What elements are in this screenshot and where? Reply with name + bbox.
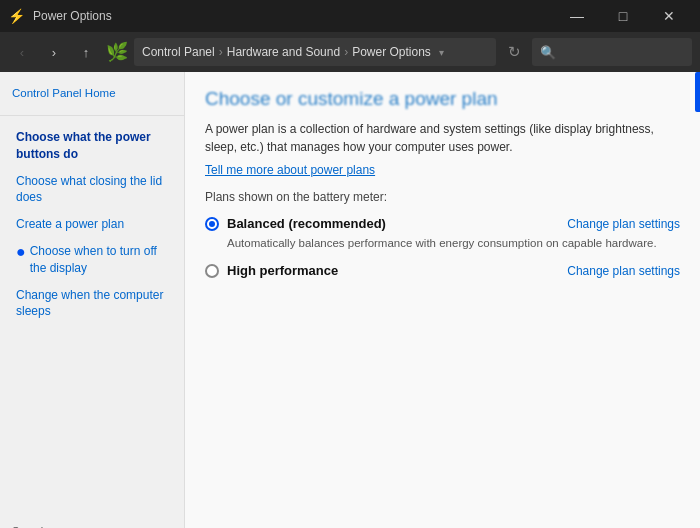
- back-button[interactable]: ‹: [8, 38, 36, 66]
- sidebar-item-lid-label: Choose what closing the lid does: [16, 174, 162, 205]
- sidebar-item-power-buttons[interactable]: Choose what the power buttons do: [0, 124, 184, 168]
- plan-left-balanced: Balanced (recommended): [205, 216, 386, 231]
- up-button[interactable]: ↑: [72, 38, 100, 66]
- learn-more-link[interactable]: Tell me more about power plans: [205, 163, 375, 177]
- radio-inner-balanced: [209, 221, 215, 227]
- breadcrumb-hardware-sound[interactable]: Hardware and Sound: [227, 45, 340, 59]
- accent-bar: [695, 72, 700, 112]
- breadcrumb-sep-2: ›: [344, 45, 348, 59]
- change-plan-balanced-link[interactable]: Change plan settings: [567, 217, 680, 231]
- breadcrumb-power-options[interactable]: Power Options: [352, 45, 431, 59]
- plan-left-high-perf: High performance: [205, 263, 338, 278]
- refresh-button[interactable]: ↻: [500, 38, 528, 66]
- sidebar-item-power-buttons-label: Choose what the power buttons do: [16, 130, 151, 161]
- plan-item-high-perf: High performance Change plan settings: [205, 259, 680, 282]
- sidebar-home-link[interactable]: Control Panel Home: [0, 80, 184, 107]
- breadcrumb-dropdown-icon[interactable]: ▾: [439, 47, 444, 58]
- plan-row-high-perf: High performance Change plan settings: [205, 259, 680, 282]
- plan-row-balanced: Balanced (recommended) Change plan setti…: [205, 212, 680, 235]
- page-heading: Choose or customize a power plan: [205, 88, 680, 110]
- active-bullet-icon: ●: [16, 243, 26, 261]
- plan-desc-balanced: Automatically balances performance with …: [205, 235, 680, 251]
- see-also-label: See also: [0, 521, 184, 528]
- sidebar-item-create-plan[interactable]: Create a power plan: [0, 211, 184, 238]
- control-panel-icon: 🌿: [106, 41, 128, 63]
- navigation-bar: ‹ › ↑ 🌿 Control Panel › Hardware and Sou…: [0, 32, 700, 72]
- app-icon: ⚡: [8, 8, 25, 24]
- plan-item-balanced: Balanced (recommended) Change plan setti…: [205, 212, 680, 251]
- breadcrumb-sep-1: ›: [219, 45, 223, 59]
- sidebar-item-turn-off-label: Choose when to turn off the display: [30, 243, 172, 277]
- breadcrumb-control-panel[interactable]: Control Panel: [142, 45, 215, 59]
- sidebar: Control Panel Home Choose what the power…: [0, 72, 185, 528]
- minimize-button[interactable]: —: [554, 0, 600, 32]
- close-button[interactable]: ✕: [646, 0, 692, 32]
- sidebar-item-sleep[interactable]: Change when the computer sleeps: [0, 282, 184, 326]
- sidebar-item-create-plan-label: Create a power plan: [16, 217, 124, 231]
- change-plan-high-perf-link[interactable]: Change plan settings: [567, 264, 680, 278]
- content-area: Control Panel Home Choose what the power…: [0, 72, 700, 528]
- radio-high-perf[interactable]: [205, 264, 219, 278]
- maximize-button[interactable]: □: [600, 0, 646, 32]
- app-title: Power Options: [33, 9, 112, 23]
- sidebar-item-turn-off-display[interactable]: ● Choose when to turn off the display: [0, 238, 184, 282]
- main-content: Choose or customize a power plan A power…: [185, 72, 700, 528]
- plan-name-balanced: Balanced (recommended): [227, 216, 386, 231]
- plan-name-high-perf: High performance: [227, 263, 338, 278]
- breadcrumb-bar[interactable]: Control Panel › Hardware and Sound › Pow…: [134, 38, 496, 66]
- forward-button[interactable]: ›: [40, 38, 68, 66]
- plans-label: Plans shown on the battery meter:: [205, 190, 680, 204]
- sidebar-item-lid[interactable]: Choose what closing the lid does: [0, 168, 184, 212]
- sidebar-item-sleep-label: Change when the computer sleeps: [16, 288, 163, 319]
- title-bar: ⚡ Power Options — □ ✕: [0, 0, 700, 32]
- title-bar-left: ⚡ Power Options: [8, 8, 112, 24]
- search-box[interactable]: 🔍: [532, 38, 692, 66]
- radio-balanced[interactable]: [205, 217, 219, 231]
- page-description: A power plan is a collection of hardware…: [205, 120, 680, 156]
- search-icon: 🔍: [540, 45, 556, 60]
- title-bar-controls: — □ ✕: [554, 0, 692, 32]
